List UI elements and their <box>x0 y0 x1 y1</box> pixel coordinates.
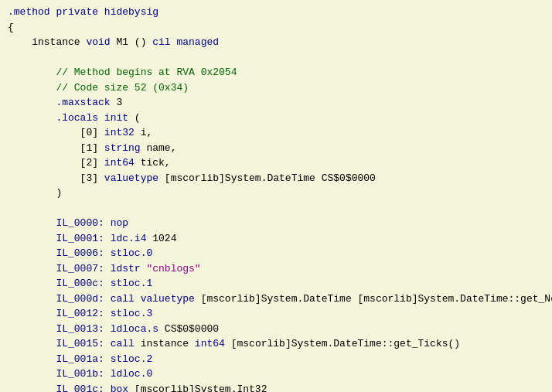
code-token: IL_0013: <box>8 323 111 335</box>
code-line: // Method begins at RVA 0x2054 <box>8 65 544 80</box>
code-token: int64 <box>104 157 141 169</box>
code-line: .method private hidebysig <box>8 5 544 20</box>
code-line: IL_0015: call instance int64 [mscorlib]S… <box>8 336 544 352</box>
code-token: cil <box>152 36 176 48</box>
code-token: int32 <box>104 127 141 138</box>
code-line: { <box>8 20 544 36</box>
code-token: [mscorlib]System.DateTime CS$0$0000 <box>165 172 376 184</box>
code-token: nop <box>111 217 128 229</box>
code-token: tick, <box>141 157 171 169</box>
code-line: .locals init ( <box>8 111 544 126</box>
code-token: IL_0007: <box>8 263 111 274</box>
code-line: .maxstack 3 <box>8 95 544 111</box>
code-token: valuetype <box>141 293 201 305</box>
code-token: [0] <box>8 127 104 138</box>
code-line: IL_0000: nop <box>8 216 544 231</box>
code-line <box>8 50 544 66</box>
code-token: IL_000d: <box>8 293 111 305</box>
code-line: ) <box>8 186 544 201</box>
code-token: valuetype <box>104 172 165 184</box>
code-token: int64 <box>195 338 231 349</box>
code-line: IL_000c: stloc.1 <box>8 276 544 291</box>
code-token: instance <box>141 338 195 349</box>
code-line: [3] valuetype [mscorlib]System.DateTime … <box>8 171 544 186</box>
code-token: stloc.1 <box>111 278 153 289</box>
code-token: 3 <box>116 97 122 108</box>
code-token: IL_0012: <box>8 308 111 319</box>
code-token: CS$0$0000 <box>165 323 219 335</box>
code-token: [2] <box>8 157 104 169</box>
code-block: .method private hidebysig{ instance void… <box>0 0 552 392</box>
code-token: 1024 <box>152 233 176 244</box>
code-token: IL_001a: <box>8 353 111 365</box>
code-token: init <box>104 112 135 124</box>
code-token: IL_001c: <box>8 383 111 393</box>
code-token: IL_000c: <box>8 278 111 289</box>
code-token: .locals <box>8 112 104 124</box>
code-token: [mscorlib]System.DateTime [mscorlib]Syst… <box>201 293 552 305</box>
code-token: // Method begins at RVA 0x2054 <box>8 66 237 78</box>
code-token: managed <box>176 36 219 48</box>
code-token: stloc.3 <box>111 308 153 319</box>
code-token: IL_0006: <box>8 247 111 259</box>
code-token: IL_0000: <box>8 217 111 229</box>
code-token: call <box>111 338 141 349</box>
code-token: .maxstack <box>8 97 116 108</box>
code-token: .method <box>8 6 56 18</box>
code-token: IL_0001: <box>8 233 111 244</box>
code-token: [mscorlib]System.DateTime::get_Ticks() <box>231 338 460 349</box>
code-token: void <box>86 36 116 48</box>
code-token: call <box>111 293 141 305</box>
code-token: instance <box>8 36 86 48</box>
code-token: [1] <box>8 142 104 154</box>
code-token: ldc.i4 <box>111 233 153 244</box>
code-token: private <box>56 6 104 18</box>
code-line: [0] int32 i, <box>8 125 544 141</box>
code-token: hidebysig <box>104 6 158 18</box>
code-token: [3] <box>8 172 104 184</box>
code-token: stloc.2 <box>111 353 153 365</box>
code-token: string <box>104 142 147 154</box>
code-token: "cnblogs" <box>146 263 200 274</box>
code-line: [2] int64 tick, <box>8 155 544 171</box>
code-token: M1 () <box>116 36 152 48</box>
code-token: box <box>111 383 135 393</box>
code-line <box>8 201 544 216</box>
code-token: name, <box>146 142 176 154</box>
code-token: stloc.0 <box>111 247 153 259</box>
code-token: ldstr <box>111 263 147 274</box>
code-line: // Code size 52 (0x34) <box>8 80 544 96</box>
code-line: IL_001b: ldloc.0 <box>8 366 544 382</box>
code-token: ldloca.s <box>111 323 165 335</box>
code-token: ) <box>8 187 62 199</box>
code-line: IL_000d: call valuetype [mscorlib]System… <box>8 291 544 307</box>
code-token: [mscorlib]System.Int32 <box>135 383 267 393</box>
code-token: i, <box>141 127 153 138</box>
code-token: IL_0015: <box>8 338 111 349</box>
code-token: IL_001b: <box>8 368 111 380</box>
code-line: IL_0012: stloc.3 <box>8 306 544 322</box>
code-line: IL_0006: stloc.0 <box>8 246 544 261</box>
code-token: { <box>8 22 14 33</box>
code-line: IL_0007: ldstr "cnblogs" <box>8 261 544 277</box>
code-line: IL_001a: stloc.2 <box>8 352 544 367</box>
code-line: instance void M1 () cil managed <box>8 35 544 50</box>
code-token: ldloc.0 <box>111 368 153 380</box>
code-token: // Code size 52 (0x34) <box>8 82 189 94</box>
code-line: IL_0001: ldc.i4 1024 <box>8 231 544 247</box>
code-line: [1] string name, <box>8 141 544 156</box>
code-line: IL_0013: ldloca.s CS$0$0000 <box>8 322 544 337</box>
code-line: IL_001c: box [mscorlib]System.Int32 <box>8 382 544 393</box>
code-token: ( <box>135 112 141 124</box>
